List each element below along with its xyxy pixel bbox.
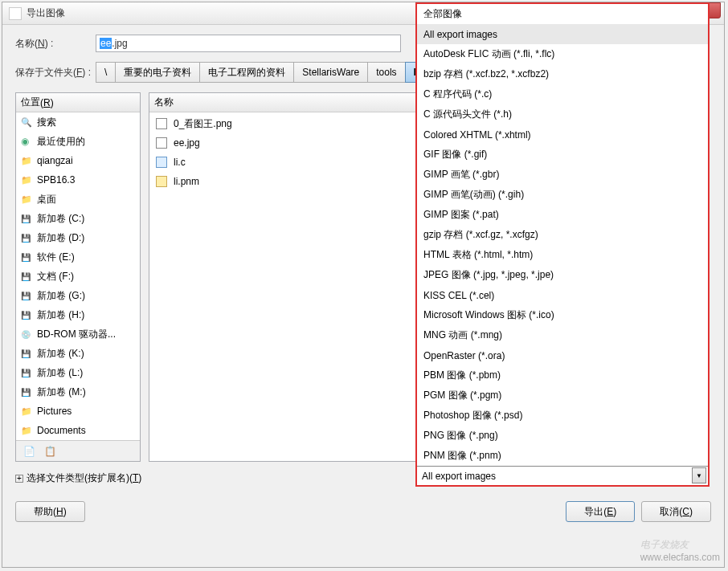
- dropdown-item[interactable]: JPEG 图像 (*.jpg, *.jpeg, *.jpe): [417, 265, 708, 285]
- file-icon: [156, 176, 167, 187]
- search-icon: [21, 116, 32, 128]
- dropdown-item[interactable]: GIF 图像 (*.gif): [417, 145, 708, 165]
- dropdown-item[interactable]: PGM 图像 (*.pgm): [417, 385, 708, 406]
- place-label: 新加卷 (C:): [37, 212, 84, 226]
- file-item[interactable]: ee.jpg: [151, 133, 415, 153]
- files-list[interactable]: 0_看图王.pngee.jpgli.cli.pnm: [149, 112, 417, 461]
- place-item[interactable]: 文档 (F:): [16, 267, 140, 286]
- dropdown-item[interactable]: 全部图像: [417, 4, 708, 24]
- place-label: 新加卷 (M:): [37, 385, 86, 399]
- dropdown-arrow-icon[interactable]: [692, 467, 706, 483]
- place-item[interactable]: 搜索: [16, 112, 140, 132]
- dropdown-item[interactable]: OpenRaster (*.ora): [417, 345, 708, 365]
- watermark-brand: 电子发烧友: [640, 539, 689, 550]
- dropdown-item[interactable]: bzip 存档 (*.xcf.bz2, *.xcfbz2): [417, 64, 708, 84]
- path-segment[interactable]: 电子工程网的资料: [199, 62, 294, 83]
- place-item[interactable]: Pictures: [16, 402, 140, 421]
- place-item[interactable]: BD-ROM 驱动器...: [16, 324, 140, 344]
- watermark: 电子发烧友 www.elecfans.com: [640, 538, 720, 563]
- place-item[interactable]: Documents: [16, 421, 140, 440]
- place-label: 新加卷 (L:): [37, 366, 83, 380]
- place-item[interactable]: 桌面: [16, 190, 140, 209]
- dropdown-item[interactable]: C 程序代码 (*.c): [417, 84, 708, 104]
- place-label: 新加卷 (K:): [37, 347, 84, 361]
- name-label: 名称(N) :: [15, 37, 96, 51]
- path-segment[interactable]: 重要的电子资料: [115, 62, 200, 83]
- filetype-dropdown: 全部图像All export imagesAutoDesk FLIC 动画 (*…: [415, 2, 710, 487]
- help-button[interactable]: 帮助(H): [15, 501, 85, 522]
- dropdown-item[interactable]: GIMP 图案 (*.pat): [417, 205, 708, 225]
- place-label: Documents: [37, 425, 86, 436]
- place-item[interactable]: qiangzai: [16, 151, 140, 170]
- file-item[interactable]: li.pnm: [151, 172, 415, 191]
- savein-label: 保存于文件夹(F) :: [15, 66, 96, 80]
- file-item[interactable]: 0_看图王.png: [151, 114, 415, 133]
- place-label: 桌面: [37, 193, 56, 206]
- drive-icon: [21, 213, 32, 224]
- place-item[interactable]: 新加卷 (G:): [16, 286, 140, 305]
- dropdown-item[interactable]: Photoshop 图像 (*.psd): [417, 406, 708, 426]
- drive-icon: [21, 348, 32, 359]
- watermark-url: www.elecfans.com: [640, 552, 720, 563]
- file-label: ee.jpg: [174, 137, 200, 149]
- filename-input[interactable]: ee.jpg: [96, 35, 401, 52]
- place-item[interactable]: 新加卷 (K:): [16, 344, 140, 363]
- place-label: 最近使用的: [37, 135, 85, 149]
- dropdown-item[interactable]: Colored XHTML (*.xhtml): [417, 124, 708, 145]
- filename-ext: .jpg: [112, 38, 127, 49]
- dropdown-item[interactable]: HTML 表格 (*.html, *.htm): [417, 245, 708, 265]
- dropdown-item[interactable]: All export images: [417, 24, 708, 44]
- place-item[interactable]: 新加卷 (C:): [16, 209, 140, 228]
- place-item[interactable]: SPB16.3: [16, 170, 140, 190]
- place-item[interactable]: 最近使用的: [16, 132, 140, 151]
- recent-icon: [21, 136, 32, 147]
- file-label: li.c: [174, 157, 186, 168]
- dropdown-item[interactable]: MNG 动画 (*.mng): [417, 325, 708, 345]
- dropdown-item[interactable]: Microsoft Windows 图标 (*.ico): [417, 305, 708, 325]
- places-toolbar: 📄 📋: [16, 440, 140, 461]
- path-segment[interactable]: tools: [367, 62, 405, 83]
- dialog-buttons: 帮助(H) 导出(E) 取消(C): [15, 501, 711, 522]
- path-segment[interactable]: StellarisWare: [293, 62, 368, 83]
- place-item[interactable]: 软件 (E:): [16, 247, 140, 267]
- dropdown-item[interactable]: GIMP 画笔 (*.gbr): [417, 165, 708, 185]
- place-label: 新加卷 (H:): [37, 308, 84, 322]
- dropdown-selected-text: All export images: [422, 471, 496, 482]
- dialog-title: 导出图像: [27, 6, 65, 20]
- export-button[interactable]: 导出(E): [566, 501, 635, 522]
- expander-plus-icon: +: [15, 475, 23, 483]
- place-item[interactable]: 新加卷 (M:): [16, 382, 140, 402]
- files-header[interactable]: 名称: [149, 93, 417, 112]
- places-panel: 位置(R) 搜索最近使用的qiangzaiSPB16.3桌面新加卷 (C:)新加…: [15, 92, 141, 462]
- dropdown-item[interactable]: C 源代码头文件 (*.h): [417, 104, 708, 124]
- dropdown-item[interactable]: PBM 图像 (*.pbm): [417, 365, 708, 385]
- dropdown-item[interactable]: gzip 存档 (*.xcf.gz, *.xcfgz): [417, 225, 708, 245]
- dropdown-item[interactable]: AutoDesk FLIC 动画 (*.fli, *.flc): [417, 44, 708, 64]
- places-list[interactable]: 搜索最近使用的qiangzaiSPB16.3桌面新加卷 (C:)新加卷 (D:)…: [16, 112, 140, 440]
- place-item[interactable]: 新加卷 (D:): [16, 228, 140, 247]
- folder-icon: [21, 406, 32, 417]
- path-segment[interactable]: \: [96, 62, 116, 83]
- folder-icon: [21, 155, 32, 166]
- place-label: 文档 (F:): [37, 270, 74, 283]
- folder-icon: [21, 174, 32, 186]
- drive-icon: [21, 309, 32, 320]
- place-item[interactable]: 新加卷 (H:): [16, 305, 140, 324]
- dropdown-item[interactable]: PNM 图像 (*.pnm): [417, 446, 708, 466]
- places-header[interactable]: 位置(R): [16, 93, 140, 112]
- dropdown-list[interactable]: 全部图像All export imagesAutoDesk FLIC 动画 (*…: [417, 4, 708, 467]
- remove-bookmark-button[interactable]: 📋: [42, 444, 58, 459]
- place-label: 软件 (E:): [37, 251, 75, 264]
- place-label: 搜索: [37, 116, 56, 129]
- add-bookmark-button[interactable]: 📄: [21, 444, 37, 459]
- file-icon: [156, 157, 167, 168]
- dropdown-item[interactable]: GIMP 画笔(动画) (*.gih): [417, 185, 708, 205]
- dropdown-item[interactable]: KISS CEL (*.cel): [417, 285, 708, 305]
- file-item[interactable]: li.c: [151, 153, 415, 172]
- files-panel: 名称 0_看图王.pngee.jpgli.cli.pnm: [149, 92, 418, 462]
- cancel-button[interactable]: 取消(C): [641, 501, 711, 522]
- dropdown-selected[interactable]: All export images: [417, 466, 708, 485]
- dropdown-item[interactable]: PNG 图像 (*.png): [417, 426, 708, 446]
- place-item[interactable]: 新加卷 (L:): [16, 363, 140, 382]
- place-label: BD-ROM 驱动器...: [37, 328, 116, 341]
